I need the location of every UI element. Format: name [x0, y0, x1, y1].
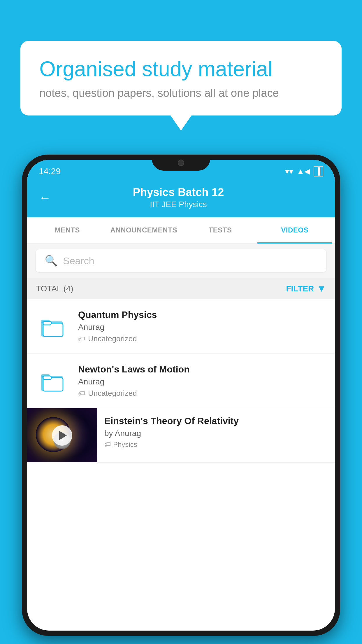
- list-item[interactable]: Newton's Laws of Motion Anurag 🏷 Uncateg…: [27, 354, 335, 408]
- tab-tests[interactable]: TESTS: [183, 217, 258, 243]
- total-count: TOTAL (4): [36, 284, 73, 293]
- item-author: Anurag: [78, 377, 326, 386]
- tab-videos[interactable]: VIDEOS: [257, 217, 332, 243]
- speech-bubble-heading: Organised study material: [39, 57, 323, 81]
- item-info: Quantum Physics Anurag 🏷 Uncategorized: [78, 309, 326, 343]
- play-icon: [59, 431, 67, 440]
- phone-frame: 14:29 ▾▾ ▲◀ ▐ ← Physics Batch 12 IIT JEE…: [22, 155, 340, 644]
- list-item[interactable]: Einstein's Theory Of Relativity by Anura…: [27, 408, 335, 463]
- item-author: by Anurag: [104, 429, 328, 438]
- tag-icon: 🏷: [78, 389, 85, 398]
- front-camera: [178, 160, 184, 166]
- folder-icon: [40, 313, 66, 340]
- filter-label: FILTER: [286, 284, 314, 293]
- item-title: Newton's Laws of Motion: [78, 364, 326, 375]
- item-title: Quantum Physics: [78, 309, 326, 320]
- tab-announcements[interactable]: ANNOUNCEMENTS: [105, 217, 183, 243]
- status-time: 14:29: [39, 166, 61, 176]
- video-list: Quantum Physics Anurag 🏷 Uncategorized: [27, 299, 335, 463]
- search-input[interactable]: Search: [63, 255, 94, 267]
- filter-button[interactable]: FILTER ▼: [286, 283, 326, 294]
- wifi-icon: ▾▾: [285, 167, 293, 176]
- item-thumbnail: [36, 309, 69, 343]
- tag-text: Uncategorized: [88, 389, 137, 398]
- app-header: ← Physics Batch 12 IIT JEE Physics: [27, 180, 335, 217]
- tag-icon: 🏷: [104, 441, 111, 448]
- search-container: 🔍 Search: [27, 244, 335, 278]
- status-icons: ▾▾ ▲◀ ▐: [285, 166, 323, 176]
- item-tag: 🏷 Physics: [104, 440, 328, 449]
- batch-subtitle: IIT JEE Physics: [60, 200, 297, 209]
- item-author: Anurag: [78, 323, 326, 332]
- tag-icon: 🏷: [78, 335, 85, 343]
- svg-rect-3: [43, 321, 51, 325]
- tag-text: Physics: [113, 440, 137, 449]
- item-tag: 🏷 Uncategorized: [78, 334, 326, 343]
- search-box[interactable]: 🔍 Search: [36, 249, 326, 272]
- item-info: Einstein's Theory Of Relativity by Anura…: [97, 408, 335, 456]
- svg-rect-7: [43, 376, 51, 379]
- phone-notch: [152, 155, 210, 171]
- search-icon: 🔍: [45, 255, 58, 267]
- video-thumbnail-image: [27, 408, 97, 462]
- list-item[interactable]: Quantum Physics Anurag 🏷 Uncategorized: [27, 299, 335, 354]
- folder-icon: [40, 368, 66, 394]
- item-title: Einstein's Theory Of Relativity: [104, 416, 328, 426]
- item-thumbnail: [36, 364, 69, 398]
- speech-bubble: Organised study material notes, question…: [20, 41, 342, 116]
- item-info: Newton's Laws of Motion Anurag 🏷 Uncateg…: [78, 364, 326, 398]
- filter-icon: ▼: [317, 283, 326, 294]
- filter-bar: TOTAL (4) FILTER ▼: [27, 278, 335, 299]
- battery-icon: ▐: [314, 166, 323, 176]
- signal-icon: ▲◀: [297, 167, 310, 176]
- tab-ments[interactable]: MENTS: [30, 217, 105, 243]
- header-title-block: Physics Batch 12 IIT JEE Physics: [60, 186, 297, 209]
- speech-bubble-subtext: notes, question papers, solutions all at…: [39, 87, 323, 99]
- tag-text: Uncategorized: [88, 334, 137, 343]
- play-button[interactable]: [52, 425, 72, 446]
- tabs-bar: MENTS ANNOUNCEMENTS TESTS VIDEOS: [27, 217, 335, 244]
- item-tag: 🏷 Uncategorized: [78, 389, 326, 398]
- back-button[interactable]: ←: [39, 191, 51, 205]
- batch-title: Physics Batch 12: [60, 186, 297, 199]
